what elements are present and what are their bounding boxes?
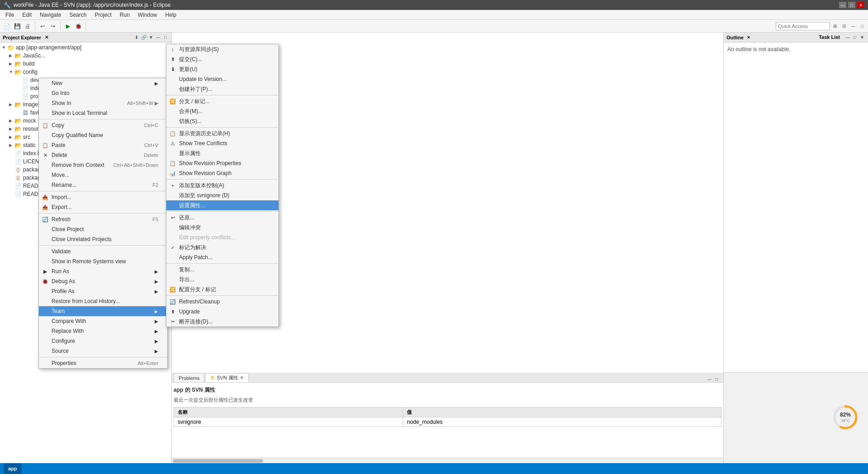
ctx-rename[interactable]: Rename...F2 [39,180,167,190]
menu-edit[interactable]: Edit [19,11,35,19]
tab-problems[interactable]: Problems [174,373,204,382]
ctx-restore-local[interactable]: Restore from Local History... [39,296,167,306]
maximize-bottom-button[interactable]: □ [713,376,720,382]
ctx-remove-context[interactable]: Remove from ContextCtrl+Alt+Shift+Down [39,160,167,170]
svn-apply-patch[interactable]: Apply Patch... [166,252,278,262]
perspective-button[interactable]: ⊞ [831,22,839,30]
ctx-compare-with[interactable]: Compare With▶ [39,316,167,326]
close-button[interactable]: ✕ [857,2,864,8]
ctx-show-in[interactable]: Show InAlt+Shift+W ▶ [39,98,167,108]
svn-refresh-cleanup[interactable]: 🔄 Refresh/Cleanup [166,297,278,307]
svn-merge[interactable]: 合并(M)... [166,106,278,116]
svn-history[interactable]: 📋 显示资源历史记录(H) [166,128,278,138]
minimize-panel-button[interactable]: — [155,34,161,41]
svn-update-version[interactable]: Update to Version... [166,74,278,84]
svn-add-version-control[interactable]: + 添加至版本控制(A) [166,180,278,190]
ctx-new[interactable]: New▶ [39,78,167,88]
menu-navigate[interactable]: Navigate [36,11,65,19]
debug-button[interactable]: 🐞 [73,21,83,31]
redo-button[interactable]: ↪ [48,21,58,31]
menu-help[interactable]: Help [162,11,180,19]
svn-copy[interactable]: 复制... [166,265,278,275]
svn-disconnect[interactable]: ✂ 断开连接(D)... [166,317,278,327]
project-explorer-close-icon[interactable]: ✕ [45,35,48,40]
maximize-panel-button[interactable]: □ [162,34,169,41]
horizontal-scrollbar[interactable] [172,458,723,463]
svn-revision-graph[interactable]: 📊 Show Revision Graph [166,168,278,178]
link-with-editor-button[interactable]: 🔗 [141,34,147,41]
minimize-button[interactable]: — [839,2,846,8]
ctx-show-remote[interactable]: Show in Remote Systems view [39,256,167,266]
tree-item-javascript[interactable]: ▶ 📂 JavaSc... [0,52,171,60]
maximize-button[interactable]: □ [848,2,855,8]
ctx-go-into[interactable]: Go Into [39,88,167,98]
svn-set-props[interactable]: 设置属性... [166,200,278,210]
svn-create-patch[interactable]: 创建补丁(P)... [166,84,278,94]
ctx-properties[interactable]: PropertiesAlt+Enter [39,358,167,368]
new-file-button[interactable]: 📄 [2,21,12,31]
svn-update[interactable]: ⬇ 更新(U) [166,64,278,74]
ctx-source[interactable]: Source▶ [39,346,167,356]
collapse-all-button[interactable]: ⬇ [133,34,140,41]
ctx-refresh[interactable]: 🔄 RefreshF5 [39,214,167,224]
svn-revision-props[interactable]: 📋 Show Revision Properties [166,158,278,168]
outline-maximize-button[interactable]: □ [852,34,858,41]
svn-commit[interactable]: ⬆ 提交(C)... [166,54,278,64]
svn-tree-conflicts[interactable]: ⚠ Show Tree Conflicts [166,138,278,148]
outline-close-icon[interactable]: ✕ [747,35,750,40]
ctx-paste[interactable]: 📋 PasteCtrl+V [39,140,167,150]
save-button[interactable]: 💾 [12,21,22,31]
ctx-export[interactable]: 📤 Export... [39,202,167,212]
ctx-debug-as[interactable]: 🐞 Debug As▶ [39,276,167,286]
svn-show-props[interactable]: 显示属性 [166,148,278,158]
quick-access-input[interactable] [776,22,830,30]
run-button[interactable]: ▶ [63,21,73,31]
tab-svn-properties[interactable]: ⚙ SVN 属性 ✕ [205,373,249,382]
menu-window[interactable]: Window [134,11,161,19]
set-props-icon [169,202,176,209]
ctx-replace-with[interactable]: Replace With▶ [39,326,167,336]
outline-dropdown-button[interactable]: ▼ [859,34,865,41]
ctx-delete[interactable]: ✕ DeleteDelete [39,150,167,160]
menu-search[interactable]: Search [66,11,90,19]
maximize-view-button[interactable]: □ [858,22,866,30]
scrollbar-thumb[interactable] [173,459,263,463]
svn-sync[interactable]: ↕ 与资源库同步(S) [166,44,278,54]
svn-export[interactable]: 导出... [166,275,278,284]
ctx-copy[interactable]: 📋 CopyCtrl+C [39,120,167,130]
layout-button[interactable]: ⊟ [840,22,848,30]
svn-mark-resolved[interactable]: ✓ 标记为解决 [166,242,278,252]
ctx-close-project[interactable]: Close Project [39,224,167,234]
menu-project[interactable]: Project [91,11,115,19]
tree-item-build[interactable]: ▶ 📂 build [0,60,171,68]
tree-item-project[interactable]: ▼ 📁 app [app-arrangement/app] [0,43,171,52]
svn-branch[interactable]: 🔀 分支 / 标记... [166,96,278,106]
ctx-configure[interactable]: Configure▶ [39,336,167,346]
ctx-team[interactable]: Team▶ [39,306,167,316]
ctx-copy-qualified[interactable]: Copy Qualified Name [39,130,167,140]
svn-edit-conflicts[interactable]: 编辑冲突 [166,223,278,232]
ctx-validate[interactable]: Validate [39,246,167,256]
svn-switch[interactable]: 切换(S)... [166,116,278,126]
print-button[interactable]: 🖨 [23,21,33,31]
minimize-bottom-button[interactable]: — [706,376,712,382]
ctx-run-as[interactable]: ▶ Run As▶ [39,266,167,276]
ctx-profile-as[interactable]: Profile As▶ [39,286,167,296]
menu-file[interactable]: File [2,11,18,19]
undo-button[interactable]: ↩ [38,21,47,31]
ctx-close-unrelated[interactable]: Close Unrelated Projects [39,234,167,244]
svn-add-svnignore[interactable]: 添加至 svnignore (D) [166,190,278,200]
svn-tab-close-icon[interactable]: ✕ [240,375,244,380]
svn-config-branch[interactable]: 🔀 配置分支 / 标记 [166,284,278,294]
ctx-show-terminal[interactable]: Show in Local Terminal [39,108,167,118]
tree-item-config[interactable]: ▼ 📂 config [0,68,171,76]
svn-revert[interactable]: ↩ 还原... [166,213,278,223]
svn-upgrade[interactable]: ⬆ Upgrade [166,307,278,317]
task-list-label: Task List [819,34,840,41]
view-menu-button[interactable]: ▼ [148,34,154,41]
menu-run[interactable]: Run [116,11,133,19]
minimize-view-button[interactable]: — [849,22,857,30]
ctx-import[interactable]: 📥 Import... [39,192,167,202]
ctx-move[interactable]: Move... [39,170,167,180]
outline-minimize-button[interactable]: — [844,34,851,41]
